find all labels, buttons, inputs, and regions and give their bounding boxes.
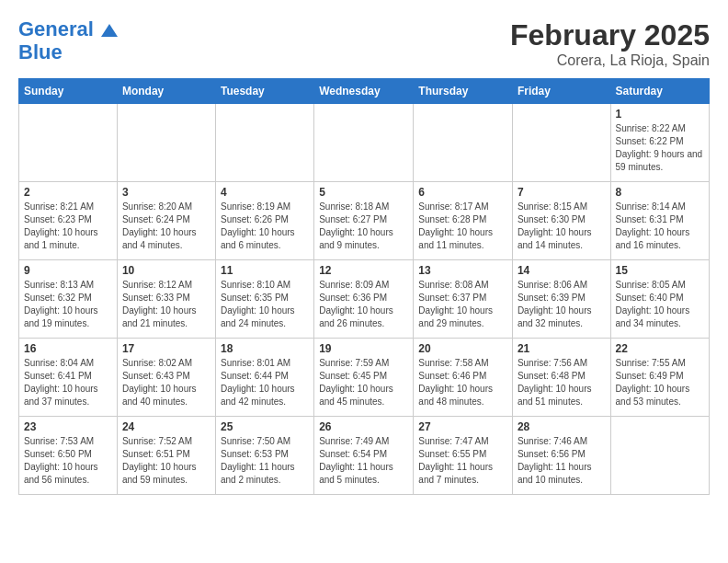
logo-text: General (18, 18, 118, 40)
calendar-cell (512, 104, 610, 182)
day-info: Sunrise: 8:01 AM Sunset: 6:44 PM Dayligh… (221, 357, 309, 408)
day-number: 4 (221, 186, 309, 199)
calendar-cell: 6Sunrise: 8:17 AM Sunset: 6:28 PM Daylig… (414, 182, 513, 260)
calendar-cell: 8Sunrise: 8:14 AM Sunset: 6:31 PM Daylig… (610, 182, 709, 260)
logo-icon (101, 24, 118, 37)
day-info: Sunrise: 8:20 AM Sunset: 6:24 PM Dayligh… (122, 201, 210, 252)
day-number: 17 (122, 342, 210, 355)
day-info: Sunrise: 7:50 AM Sunset: 6:53 PM Dayligh… (221, 435, 309, 487)
calendar-cell: 3Sunrise: 8:20 AM Sunset: 6:24 PM Daylig… (117, 182, 215, 260)
day-info: Sunrise: 8:06 AM Sunset: 6:39 PM Dayligh… (518, 279, 606, 330)
day-info: Sunrise: 7:58 AM Sunset: 6:46 PM Dayligh… (418, 357, 507, 408)
calendar-title-block: February 2025 Corera, La Rioja, Spain (510, 18, 710, 69)
day-number: 6 (418, 186, 507, 199)
calendar-cell: 7Sunrise: 8:15 AM Sunset: 6:30 PM Daylig… (512, 182, 610, 260)
weekday-header-row: SundayMondayTuesdayWednesdayThursdayFrid… (19, 79, 710, 104)
calendar-cell: 22Sunrise: 7:55 AM Sunset: 6:49 PM Dayli… (610, 339, 709, 417)
day-number: 8 (616, 186, 704, 199)
day-number: 26 (319, 420, 408, 433)
calendar-cell: 23Sunrise: 7:53 AM Sunset: 6:50 PM Dayli… (19, 417, 118, 495)
day-number: 10 (122, 264, 210, 277)
calendar-cell: 2Sunrise: 8:21 AM Sunset: 6:23 PM Daylig… (19, 182, 118, 260)
calendar-cell: 24Sunrise: 7:52 AM Sunset: 6:51 PM Dayli… (117, 417, 215, 495)
calendar-title: February 2025 (510, 18, 710, 52)
calendar-cell: 1Sunrise: 8:22 AM Sunset: 6:22 PM Daylig… (610, 104, 709, 182)
calendar-cell: 21Sunrise: 7:56 AM Sunset: 6:48 PM Dayli… (512, 339, 610, 417)
calendar-cell: 9Sunrise: 8:13 AM Sunset: 6:32 PM Daylig… (19, 260, 118, 339)
day-number: 5 (319, 186, 408, 199)
calendar-cell (215, 104, 313, 182)
day-info: Sunrise: 8:21 AM Sunset: 6:23 PM Dayligh… (24, 201, 112, 252)
day-info: Sunrise: 8:15 AM Sunset: 6:30 PM Dayligh… (518, 201, 606, 252)
day-number: 18 (221, 342, 309, 355)
day-number: 1 (616, 108, 704, 121)
weekday-header: Friday (512, 79, 610, 104)
weekday-header: Saturday (610, 79, 709, 104)
day-info: Sunrise: 8:22 AM Sunset: 6:22 PM Dayligh… (616, 122, 704, 174)
day-info: Sunrise: 8:04 AM Sunset: 6:41 PM Dayligh… (24, 357, 112, 408)
calendar-cell: 13Sunrise: 8:08 AM Sunset: 6:37 PM Dayli… (414, 260, 513, 339)
svg-marker-0 (101, 24, 118, 37)
week-row: 9Sunrise: 8:13 AM Sunset: 6:32 PM Daylig… (19, 260, 710, 339)
day-info: Sunrise: 8:09 AM Sunset: 6:36 PM Dayligh… (319, 279, 408, 330)
calendar-cell: 27Sunrise: 7:47 AM Sunset: 6:55 PM Dayli… (414, 417, 513, 495)
calendar-table: SundayMondayTuesdayWednesdayThursdayFrid… (18, 78, 710, 495)
day-number: 27 (418, 420, 507, 433)
weekday-header: Thursday (414, 79, 513, 104)
calendar-cell: 16Sunrise: 8:04 AM Sunset: 6:41 PM Dayli… (19, 339, 118, 417)
day-info: Sunrise: 8:18 AM Sunset: 6:27 PM Dayligh… (319, 201, 408, 252)
day-info: Sunrise: 8:08 AM Sunset: 6:37 PM Dayligh… (418, 279, 507, 330)
day-info: Sunrise: 7:53 AM Sunset: 6:50 PM Dayligh… (24, 435, 112, 487)
day-info: Sunrise: 8:14 AM Sunset: 6:31 PM Dayligh… (616, 201, 704, 252)
calendar-cell: 10Sunrise: 8:12 AM Sunset: 6:33 PM Dayli… (117, 260, 215, 339)
day-number: 13 (418, 264, 507, 277)
week-row: 16Sunrise: 8:04 AM Sunset: 6:41 PM Dayli… (19, 339, 710, 417)
logo: General Blue (18, 18, 118, 64)
day-number: 21 (518, 342, 606, 355)
calendar-cell: 28Sunrise: 7:46 AM Sunset: 6:56 PM Dayli… (512, 417, 610, 495)
day-number: 25 (221, 420, 309, 433)
day-number: 24 (122, 420, 210, 433)
day-number: 9 (24, 264, 112, 277)
day-info: Sunrise: 8:12 AM Sunset: 6:33 PM Dayligh… (122, 279, 210, 330)
calendar-cell: 11Sunrise: 8:10 AM Sunset: 6:35 PM Dayli… (215, 260, 313, 339)
day-info: Sunrise: 8:10 AM Sunset: 6:35 PM Dayligh… (221, 279, 309, 330)
calendar-cell: 17Sunrise: 8:02 AM Sunset: 6:43 PM Dayli… (117, 339, 215, 417)
day-number: 3 (122, 186, 210, 199)
day-info: Sunrise: 8:17 AM Sunset: 6:28 PM Dayligh… (418, 201, 507, 252)
weekday-header: Monday (117, 79, 215, 104)
day-info: Sunrise: 7:49 AM Sunset: 6:54 PM Dayligh… (319, 435, 408, 487)
calendar-cell: 20Sunrise: 7:58 AM Sunset: 6:46 PM Dayli… (414, 339, 513, 417)
day-info: Sunrise: 8:13 AM Sunset: 6:32 PM Dayligh… (24, 279, 112, 330)
calendar-cell: 4Sunrise: 8:19 AM Sunset: 6:26 PM Daylig… (215, 182, 313, 260)
day-number: 14 (518, 264, 606, 277)
calendar-cell: 26Sunrise: 7:49 AM Sunset: 6:54 PM Dayli… (314, 417, 414, 495)
day-number: 19 (319, 342, 408, 355)
day-info: Sunrise: 8:05 AM Sunset: 6:40 PM Dayligh… (616, 279, 704, 330)
logo-blue: Blue (18, 40, 63, 64)
weekday-header: Wednesday (314, 79, 414, 104)
page-header: General Blue February 2025 Corera, La Ri… (18, 18, 710, 69)
day-info: Sunrise: 8:02 AM Sunset: 6:43 PM Dayligh… (122, 357, 210, 408)
weekday-header: Tuesday (215, 79, 313, 104)
day-info: Sunrise: 7:46 AM Sunset: 6:56 PM Dayligh… (518, 435, 606, 487)
week-row: 2Sunrise: 8:21 AM Sunset: 6:23 PM Daylig… (19, 182, 710, 260)
day-number: 28 (518, 420, 606, 433)
calendar-cell (19, 104, 118, 182)
day-number: 20 (418, 342, 507, 355)
day-info: Sunrise: 7:55 AM Sunset: 6:49 PM Dayligh… (616, 357, 704, 408)
calendar-cell: 12Sunrise: 8:09 AM Sunset: 6:36 PM Dayli… (314, 260, 414, 339)
day-info: Sunrise: 7:47 AM Sunset: 6:55 PM Dayligh… (418, 435, 507, 487)
day-number: 23 (24, 420, 112, 433)
day-info: Sunrise: 7:52 AM Sunset: 6:51 PM Dayligh… (122, 435, 210, 487)
day-number: 7 (518, 186, 606, 199)
day-info: Sunrise: 7:59 AM Sunset: 6:45 PM Dayligh… (319, 357, 408, 408)
calendar-cell: 18Sunrise: 8:01 AM Sunset: 6:44 PM Dayli… (215, 339, 313, 417)
calendar-cell: 19Sunrise: 7:59 AM Sunset: 6:45 PM Dayli… (314, 339, 414, 417)
day-number: 16 (24, 342, 112, 355)
calendar-subtitle: Corera, La Rioja, Spain (510, 52, 710, 69)
calendar-cell: 14Sunrise: 8:06 AM Sunset: 6:39 PM Dayli… (512, 260, 610, 339)
calendar-cell: 15Sunrise: 8:05 AM Sunset: 6:40 PM Dayli… (610, 260, 709, 339)
day-info: Sunrise: 8:19 AM Sunset: 6:26 PM Dayligh… (221, 201, 309, 252)
calendar-cell (314, 104, 414, 182)
